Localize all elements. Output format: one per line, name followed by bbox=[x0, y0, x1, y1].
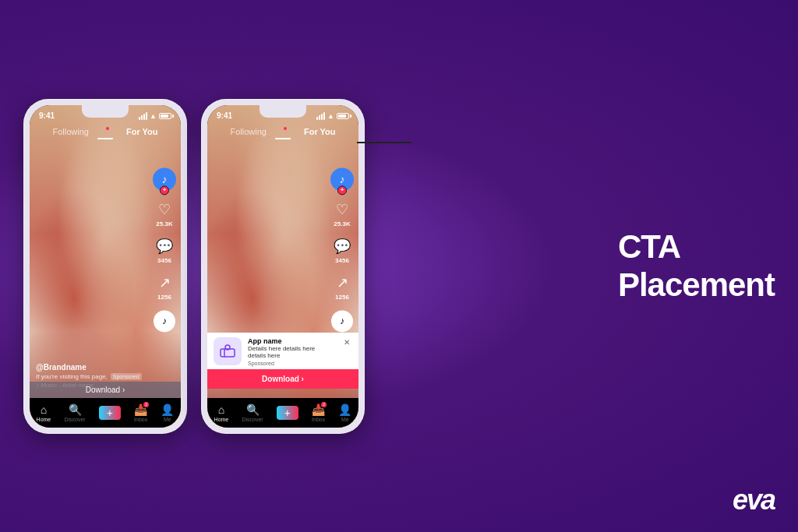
status-time-2: 9:41 bbox=[217, 111, 232, 120]
username-1[interactable]: @Brandname bbox=[36, 363, 143, 372]
cta-placement-title: CTA Placement bbox=[618, 228, 775, 304]
cta-download-btn[interactable]: Download › bbox=[207, 369, 358, 389]
nav-dot-1 bbox=[106, 127, 109, 130]
me-icon-2: 👤 bbox=[338, 403, 351, 416]
tab-foryou-2[interactable]: For You bbox=[304, 127, 336, 136]
nav-plus-1[interactable]: + bbox=[99, 406, 121, 420]
share-icon-2: ↗ bbox=[333, 273, 351, 292]
home-icon-1: ⌂ bbox=[41, 403, 47, 416]
cta-sponsored: Sponsored bbox=[248, 361, 335, 366]
home-icon-2: ⌂ bbox=[218, 403, 224, 416]
status-icons-2: ▲ bbox=[316, 112, 349, 120]
tab-foryou-1[interactable]: For You bbox=[126, 127, 158, 136]
nav-discover-1[interactable]: 🔍 Discover bbox=[64, 403, 85, 422]
notch2 bbox=[260, 105, 306, 118]
nav-inbox-2[interactable]: 📥 2 Inbox bbox=[312, 403, 325, 422]
plus-btn-1[interactable]: + bbox=[99, 406, 121, 420]
cta-close-btn[interactable]: ✕ bbox=[341, 337, 352, 348]
battery-icon-2 bbox=[337, 113, 349, 119]
tab-following-2[interactable]: Following bbox=[230, 127, 266, 136]
bottom-nav-1: ⌂ Home 🔍 Discover + 📥 2 bbox=[30, 398, 181, 428]
like-action-1[interactable]: ♡ 25.3K bbox=[155, 200, 174, 227]
status-icons-1: ▲ bbox=[139, 112, 171, 120]
status-time-1: 9:41 bbox=[39, 111, 55, 120]
me-icon-1: 👤 bbox=[161, 403, 174, 416]
nav-plus-2[interactable]: + bbox=[277, 406, 298, 420]
signal-icon-1 bbox=[139, 112, 147, 120]
battery-icon-1 bbox=[159, 113, 171, 119]
cta-card-2: App name Details here details here detai… bbox=[207, 333, 358, 389]
nav-home-1[interactable]: ⌂ Home bbox=[37, 403, 51, 422]
phone1: 9:41 ▲ bbox=[23, 99, 187, 434]
inbox-dot-2: 2 bbox=[321, 402, 327, 407]
heart-icon-1: ♡ bbox=[155, 200, 174, 219]
eva-logo: eva bbox=[733, 484, 775, 516]
discover-icon-1: 🔍 bbox=[69, 403, 82, 416]
tab-underline-1 bbox=[97, 138, 113, 139]
main-container: 9:41 ▲ bbox=[0, 0, 798, 532]
tiktok-spinning-2: ♪ bbox=[331, 310, 353, 332]
caption-1: If you're visiting this page, Sponsored bbox=[36, 373, 143, 380]
nav-tabs-2[interactable]: Following For You bbox=[207, 127, 358, 136]
share-action-1[interactable]: ↗ 1256 bbox=[155, 273, 174, 301]
cta-app-name: App name bbox=[248, 337, 335, 345]
wifi-icon-1: ▲ bbox=[150, 112, 157, 120]
avatar-2[interactable]: ♪ + bbox=[330, 167, 354, 191]
sponsored-badge-1: Sponsored bbox=[111, 373, 142, 380]
cta-detail-2: details here bbox=[248, 352, 335, 359]
nav-discover-2[interactable]: 🔍 Discover bbox=[242, 403, 263, 422]
comment-action-2[interactable]: 💬 3456 bbox=[333, 237, 351, 264]
comment-icon-1: 💬 bbox=[155, 237, 174, 255]
cta-card-top: App name Details here details here detai… bbox=[207, 333, 358, 369]
nav-me-2[interactable]: 👤 Me bbox=[338, 403, 351, 422]
tab-following-1[interactable]: Following bbox=[52, 127, 88, 136]
annotation-line bbox=[357, 142, 411, 143]
right-content: CTA Placement bbox=[618, 228, 775, 304]
follow-plus-1[interactable]: + bbox=[160, 185, 169, 195]
inbox-dot-1: 2 bbox=[143, 402, 149, 407]
like-action-2[interactable]: ♡ 25.3K bbox=[333, 200, 351, 227]
side-icons-2: ♪ + ♡ 25.3K 💬 3456 ↗ 12 bbox=[330, 167, 354, 332]
follow-plus-2[interactable]: + bbox=[337, 185, 347, 195]
phones-area: 9:41 ▲ bbox=[23, 99, 588, 434]
cta-app-info: App name Details here details here detai… bbox=[248, 337, 335, 366]
cta-line1: CTA bbox=[618, 228, 775, 266]
phone1-screen: 9:41 ▲ bbox=[30, 105, 181, 428]
heart-icon-2: ♡ bbox=[333, 200, 351, 219]
cta-line2: Placement bbox=[618, 266, 775, 304]
nav-dot-2 bbox=[284, 127, 287, 130]
signal-icon-2 bbox=[316, 112, 325, 120]
bottom-nav-2: ⌂ Home 🔍 Discover + 📥 2 bbox=[207, 398, 358, 428]
discover-icon-2: 🔍 bbox=[246, 403, 260, 416]
phone2-screen: 9:41 ▲ bbox=[207, 105, 358, 428]
comment-icon-2: 💬 bbox=[333, 237, 351, 255]
nav-me-1[interactable]: 👤 Me bbox=[161, 403, 174, 422]
nav-inbox-1[interactable]: 📥 2 Inbox bbox=[134, 403, 147, 422]
cta-app-icon bbox=[214, 337, 242, 365]
cta-detail-1: Details here details here bbox=[248, 345, 335, 352]
side-icons-1: ♪ + ♡ 25.3K 💬 3456 ↗ 12 bbox=[153, 167, 176, 332]
cta-bar-simple-1[interactable]: Download › bbox=[30, 382, 181, 398]
phone2-wrapper: 9:41 ▲ bbox=[201, 99, 365, 434]
tab-underline-2 bbox=[275, 138, 291, 139]
phone2: 9:41 ▲ bbox=[201, 99, 365, 434]
avatar-1[interactable]: ♪ + bbox=[153, 167, 176, 191]
comment-action-1[interactable]: 💬 3456 bbox=[155, 237, 174, 264]
share-action-2[interactable]: ↗ 1256 bbox=[333, 273, 351, 301]
wifi-icon-2: ▲ bbox=[327, 112, 334, 120]
tiktok-spinning-1: ♪ bbox=[154, 310, 175, 332]
nav-home-2[interactable]: ⌂ Home bbox=[214, 403, 229, 422]
notch1 bbox=[82, 105, 129, 118]
phone1-wrapper: 9:41 ▲ bbox=[23, 99, 187, 434]
nav-tabs-1[interactable]: Following For You bbox=[30, 127, 181, 136]
plus-btn-2[interactable]: + bbox=[277, 406, 298, 420]
share-icon-1: ↗ bbox=[155, 273, 174, 292]
